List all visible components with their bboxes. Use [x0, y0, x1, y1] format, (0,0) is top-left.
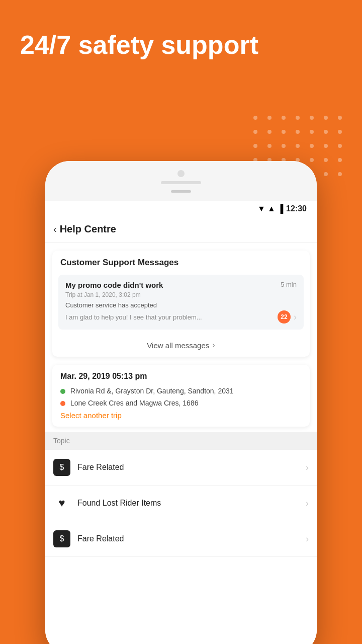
view-all-chevron-icon: ›	[212, 341, 215, 350]
nav-title: Help Centre	[60, 223, 116, 235]
message-time: 5 min	[281, 281, 297, 288]
message-trip: Trip at Jan 1, 2020, 3:02 pm	[65, 291, 297, 298]
signal-icon: ▲	[267, 204, 276, 213]
topic-label-fare-related-2: Fare Related	[77, 534, 299, 543]
phone-frame: ▼ ▲ ▐ 12:30 ‹ Help Centre Customer Suppo…	[45, 161, 317, 644]
select-another-trip-button[interactable]: Select another trip	[60, 411, 302, 420]
topic-label-found-lost-rider-items: Found Lost Rider Items	[77, 499, 299, 508]
topic-section-header: Topic	[45, 432, 317, 450]
fare-related-2-chevron-icon: ›	[306, 534, 309, 544]
speaker-bar	[161, 181, 201, 184]
pickup-dot-icon	[60, 389, 65, 394]
message-title: My promo code didn't work	[65, 281, 163, 289]
topic-item-fare-related-2[interactable]: $ Fare Related ›	[45, 521, 317, 557]
support-messages-header: Customer Support Messages	[52, 251, 310, 271]
back-chevron-icon: ‹	[53, 223, 57, 235]
hero-title: 24/7 safety support	[20, 30, 258, 60]
camera-dot	[177, 170, 185, 177]
pickup-row: Rivonia Rd &, Grayston Dr, Gauteng, Sand…	[60, 387, 302, 395]
message-preview: I am glad to help you! I see that your p…	[65, 313, 278, 321]
status-time: 12:30	[286, 204, 307, 213]
fare-related-2-icon: $	[53, 530, 70, 547]
topic-label-fare-related-1: Fare Related	[77, 463, 299, 472]
fare-related-1-icon: $	[53, 459, 70, 476]
message-title-row: My promo code didn't work 5 min	[65, 281, 297, 289]
view-all-label: View all messages	[147, 341, 209, 350]
fare-related-1-chevron-icon: ›	[306, 462, 309, 473]
message-item[interactable]: My promo code didn't work 5 min Trip at …	[58, 275, 304, 330]
heart-icon: ♥	[53, 495, 70, 512]
message-status: Customer service has accepted	[65, 301, 297, 309]
message-preview-row: I am glad to help you! I see that your p…	[65, 310, 297, 324]
dropoff-location: Lone Creek Cres and Magwa Cres, 1686	[70, 399, 198, 407]
status-bar: ▼ ▲ ▐ 12:30	[45, 201, 317, 216]
home-indicator	[171, 190, 191, 193]
dropoff-row: Lone Creek Cres and Magwa Cres, 1686	[60, 399, 302, 407]
nav-bar: ‹ Help Centre	[45, 216, 317, 243]
dropoff-dot-icon	[60, 401, 65, 406]
message-chevron-icon: ›	[294, 312, 297, 323]
wifi-icon: ▼	[257, 204, 265, 213]
phone-bezel	[45, 161, 317, 201]
trip-section: Mar. 29, 2019 05:13 pm Rivonia Rd &, Gra…	[52, 365, 310, 427]
trip-date: Mar. 29, 2019 05:13 pm	[60, 372, 302, 381]
badge-arrow: 22 ›	[278, 310, 297, 324]
status-icons: ▼ ▲ ▐	[257, 204, 283, 213]
pickup-location: Rivonia Rd &, Grayston Dr, Gauteng, Sand…	[70, 387, 234, 395]
view-all-messages-button[interactable]: View all messages ›	[52, 334, 310, 357]
back-button[interactable]: ‹ Help Centre	[53, 223, 116, 235]
app-content: ‹ Help Centre Customer Support Messages …	[45, 216, 317, 644]
battery-icon: ▐	[278, 204, 283, 213]
support-messages-card: Customer Support Messages My promo code …	[52, 251, 310, 357]
topic-item-fare-related-1[interactable]: $ Fare Related ›	[45, 450, 317, 486]
topic-item-found-lost-rider-items[interactable]: ♥ Found Lost Rider Items ›	[45, 486, 317, 521]
unread-badge: 22	[278, 310, 291, 324]
found-lost-rider-items-chevron-icon: ›	[306, 498, 309, 509]
